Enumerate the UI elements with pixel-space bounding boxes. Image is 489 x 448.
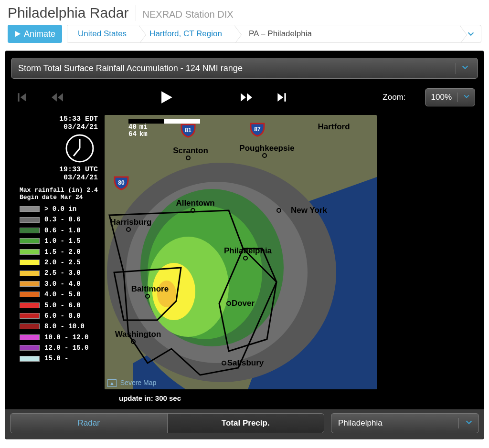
rewind-button[interactable] (49, 89, 65, 105)
legend-label: 0.6 - 1.0 (44, 225, 81, 236)
playback-controls: Zoom: 100% (11, 79, 478, 112)
image-placeholder-icon: ▲ (107, 379, 117, 387)
fast-forward-icon (240, 91, 253, 104)
legend-swatch (20, 206, 40, 212)
page-subtitle: NEXRAD Station DIX (143, 9, 234, 20)
breadcrumb: United States Hartford, CT Region PA – P… (67, 25, 481, 43)
view-tabs: Radar Total Precip. (10, 413, 324, 433)
bottom-bar: Radar Total Precip. Philadelphia (5, 409, 484, 439)
skip-start-icon (16, 91, 28, 104)
svg-text:Washington: Washington (115, 330, 161, 339)
toolbar: Animate United States Hartford, CT Regio… (0, 21, 489, 51)
legend-swatch (20, 238, 40, 244)
svg-text:Salisbury: Salisbury (227, 358, 264, 367)
svg-text:New York: New York (291, 206, 327, 215)
legend-label: 2.5 - 3.0 (44, 268, 81, 278)
breadcrumb-city[interactable]: PA – Philadelphia (234, 25, 460, 42)
play-icon (158, 89, 174, 105)
legend-row: 6.0 - 8.0 (20, 311, 101, 321)
page-title: Philadelphia Radar (8, 5, 136, 21)
radar-map[interactable]: 81 80 87 Scranton Allentown Harrisburg P… (105, 115, 377, 389)
svg-text:80: 80 (118, 179, 125, 186)
tab-total-precip[interactable]: Total Precip. (167, 414, 324, 433)
radar-panel: Storm Total Surface Rainfall Accumulatio… (5, 51, 484, 439)
tab-radar[interactable]: Radar (11, 414, 167, 433)
legend-swatch (20, 302, 40, 308)
station-select-label: Philadelphia (338, 418, 458, 428)
animate-button[interactable]: Animate (8, 25, 62, 43)
timestamp-local-date: 03/24/21 (20, 123, 98, 131)
legend-row: 3.0 - 4.0 (20, 279, 101, 289)
page-header: Philadelphia Radar NEXRAD Station DIX (0, 0, 489, 21)
legend-row: 10.0 - 12.0 (20, 332, 101, 343)
legend-row: 1.0 - 1.5 (20, 236, 101, 246)
zoom-label: Zoom: (383, 93, 405, 102)
legend-label: 4.0 - 5.0 (44, 289, 81, 300)
legend-swatch (20, 271, 40, 276)
legend-label: 8.0 - 10.0 (44, 321, 85, 332)
legend-label: 3.0 - 4.0 (44, 279, 81, 289)
zoom-value: 100% (425, 93, 457, 102)
legend-row: 12.0 - 15.0 (20, 343, 101, 353)
legend-swatch (20, 260, 40, 265)
chevron-down-icon (461, 63, 469, 72)
zoom-select[interactable]: 100% (425, 88, 475, 106)
svg-text:Hartford: Hartford (318, 122, 350, 131)
legend-row: 0.6 - 1.0 (20, 225, 101, 236)
breadcrumb-country[interactable]: United States (67, 25, 139, 42)
timestamp-utc-date: 03/24/21 (20, 174, 98, 182)
fast-forward-button[interactable] (238, 89, 255, 105)
legend-row: 4.0 - 5.0 (20, 289, 101, 300)
legend-swatch (20, 345, 40, 351)
skip-start-button[interactable] (14, 89, 30, 105)
legend-swatch (20, 313, 40, 319)
legend-label: 0.3 - 0.6 (44, 214, 81, 225)
max-rainfall: Max rainfall (in) 2.4 Begin date Mar 24 (20, 187, 101, 201)
legend-swatch (20, 356, 40, 362)
svg-text:Allentown: Allentown (176, 198, 214, 208)
chevron-down-icon (463, 93, 470, 100)
legend-swatch (20, 228, 40, 233)
side-panel: 15:33 EDT 03/24/21 19:33 UTC 03/24/21 Ma… (15, 115, 101, 389)
legend-label: 12.0 - 15.0 (44, 343, 88, 353)
legend-swatch (20, 217, 40, 223)
play-button[interactable] (156, 87, 176, 107)
product-select[interactable]: Storm Total Surface Rainfall Accumulatio… (11, 58, 478, 79)
legend-row: 0.3 - 0.6 (20, 214, 101, 225)
legend-swatch (20, 281, 40, 287)
svg-text:Poughkeepsie: Poughkeepsie (239, 144, 294, 153)
skip-end-icon (276, 91, 288, 104)
legend-row: > 0.0 in (20, 204, 101, 214)
map-body: 15:33 EDT 03/24/21 19:33 UTC 03/24/21 Ma… (11, 112, 478, 389)
svg-text:Harrisburg: Harrisburg (110, 218, 152, 227)
svg-line-3 (74, 148, 80, 156)
legend-swatch (20, 323, 40, 329)
legend-row: 5.0 - 6.0 (20, 300, 101, 311)
rewind-icon (51, 91, 64, 104)
legend-row: 2.0 - 2.5 (20, 257, 101, 268)
legend-row: 2.5 - 3.0 (20, 268, 101, 278)
timestamp-local: 15:33 EDT (20, 115, 98, 123)
timestamp-utc: 19:33 UTC (20, 166, 98, 174)
legend-row: 1.5 - 2.0 (20, 247, 101, 257)
legend-label: 10.0 - 12.0 (44, 332, 88, 343)
svg-text:87: 87 (254, 126, 261, 133)
breadcrumb-region[interactable]: Hartford, CT Region (139, 25, 234, 42)
svg-marker-0 (15, 31, 21, 37)
station-select[interactable]: Philadelphia (331, 413, 479, 433)
skip-end-button[interactable] (274, 89, 290, 105)
legend-swatch (20, 334, 40, 340)
product-label: Storm Total Surface Rainfall Accumulatio… (18, 63, 456, 73)
animate-button-label: Animate (24, 29, 55, 39)
legend-label: 2.0 - 2.5 (44, 257, 81, 268)
legend-label: 1.5 - 2.0 (44, 247, 81, 257)
play-icon (14, 31, 21, 37)
map-attribution[interactable]: ▲ Severe Map (107, 379, 156, 386)
svg-text:Baltimore: Baltimore (131, 284, 169, 293)
map-scale: 40 64 mi km (128, 119, 200, 138)
svg-text:Scranton: Scranton (173, 146, 208, 155)
svg-text:Dover: Dover (232, 299, 255, 308)
timestamp-block: 15:33 EDT 03/24/21 19:33 UTC 03/24/21 (20, 115, 101, 182)
chevron-down-icon (467, 30, 475, 38)
legend-label: > 0.0 in (44, 204, 76, 214)
